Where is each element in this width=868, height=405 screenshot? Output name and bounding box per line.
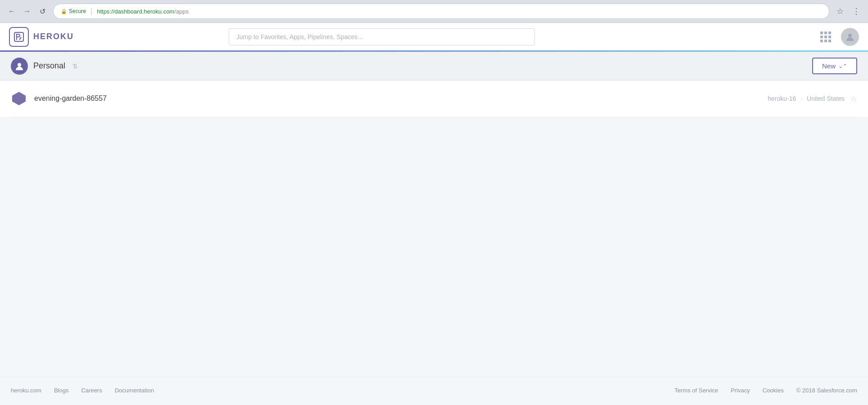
footer-link-tos[interactable]: Terms of Service xyxy=(674,387,718,394)
heroku-logo-box xyxy=(9,27,29,47)
grid-dot xyxy=(828,40,831,42)
heroku-header: HEROKU xyxy=(0,23,868,52)
svg-point-1 xyxy=(848,34,852,37)
grid-dot xyxy=(828,36,831,38)
footer-link-careers[interactable]: Careers xyxy=(81,387,102,394)
app-list-item: evening-garden-86557 heroku-16 · United … xyxy=(11,81,857,117)
url-host: dashboard.heroku.com xyxy=(114,8,174,15)
footer-link-privacy[interactable]: Privacy xyxy=(731,387,750,394)
account-avatar-icon xyxy=(14,61,24,71)
refresh-button[interactable]: ↺ xyxy=(36,5,49,18)
header-search-container xyxy=(229,28,535,45)
hexagon-icon xyxy=(11,90,27,107)
pipe-divider: | xyxy=(90,7,92,15)
secure-indicator: 🔒 Secure xyxy=(61,8,86,14)
url-display: https://dashboard.heroku.com/apps xyxy=(97,8,189,15)
url-protocol: https:// xyxy=(97,8,114,15)
lock-icon: 🔒 xyxy=(61,9,67,14)
grid-dot xyxy=(820,40,823,42)
apps-grid-button[interactable] xyxy=(818,29,834,45)
new-button[interactable]: New ⌄⌃ xyxy=(812,58,857,74)
header-right-actions xyxy=(818,28,859,46)
grid-dots-icon xyxy=(820,32,831,42)
search-input[interactable] xyxy=(229,28,535,45)
favorite-star-button[interactable]: ☆ xyxy=(850,94,857,104)
grid-dot xyxy=(828,32,831,34)
user-avatar-button[interactable] xyxy=(841,28,859,46)
account-avatar xyxy=(11,58,28,75)
forward-button[interactable]: → xyxy=(21,5,33,18)
account-name: Personal xyxy=(33,61,65,71)
heroku-logo-icon xyxy=(14,32,24,42)
new-button-chevron-icon: ⌄⌃ xyxy=(838,63,847,69)
footer-link-documentation[interactable]: Documentation xyxy=(115,387,154,394)
browser-chrome: ← → ↺ 🔒 Secure | https://dashboard.herok… xyxy=(0,0,868,23)
bookmark-button[interactable]: ☆ xyxy=(834,5,846,18)
app-meta-separator: · xyxy=(800,95,802,102)
app-region: heroku-16 · United States xyxy=(768,95,845,102)
apps-section: evening-garden-86557 heroku-16 · United … xyxy=(0,81,868,117)
url-path: /apps xyxy=(174,8,189,15)
heroku-logo-link[interactable]: HEROKU xyxy=(9,27,74,47)
footer-links-right: Terms of Service Privacy Cookies © 2018 … xyxy=(674,387,857,394)
grid-dot xyxy=(824,36,827,38)
app-name[interactable]: evening-garden-86557 xyxy=(34,94,107,103)
svg-point-2 xyxy=(18,63,21,67)
app-dyno-label: heroku-16 xyxy=(768,95,796,102)
app-right: heroku-16 · United States ☆ xyxy=(768,94,857,104)
account-info: Personal ⇅ xyxy=(11,58,78,75)
browser-menu-button[interactable]: ⋮ xyxy=(850,5,863,18)
browser-nav-buttons: ← → ↺ xyxy=(5,5,49,18)
footer-copyright: © 2018 Salesforce.com xyxy=(796,387,857,394)
footer-links-left: heroku.com Blogs Careers Documentation xyxy=(11,387,154,394)
page-content: Personal ⇅ New ⌄⌃ evening-garden-86557 h… xyxy=(0,52,868,377)
footer-link-heroku[interactable]: heroku.com xyxy=(11,387,41,394)
account-bar: Personal ⇅ New ⌄⌃ xyxy=(0,52,868,81)
secure-label: Secure xyxy=(69,8,86,14)
back-button[interactable]: ← xyxy=(5,5,18,18)
footer: heroku.com Blogs Careers Documentation T… xyxy=(0,377,868,404)
account-chevron-icon: ⇅ xyxy=(72,63,78,70)
app-hex-icon xyxy=(11,90,27,107)
grid-dot xyxy=(820,32,823,34)
grid-dot xyxy=(824,40,827,42)
address-bar[interactable]: 🔒 Secure | https://dashboard.heroku.com/… xyxy=(53,4,829,19)
grid-dot xyxy=(824,32,827,34)
app-location-label: United States xyxy=(807,95,845,102)
app-left: evening-garden-86557 xyxy=(11,90,107,107)
footer-link-cookies[interactable]: Cookies xyxy=(763,387,784,394)
heroku-wordmark: HEROKU xyxy=(33,32,74,41)
grid-dot xyxy=(820,36,823,38)
new-button-label: New xyxy=(822,62,836,70)
browser-actions: ☆ ⋮ xyxy=(834,5,863,18)
footer-link-blogs[interactable]: Blogs xyxy=(54,387,69,394)
svg-marker-3 xyxy=(12,92,26,105)
user-avatar-icon xyxy=(845,32,855,42)
